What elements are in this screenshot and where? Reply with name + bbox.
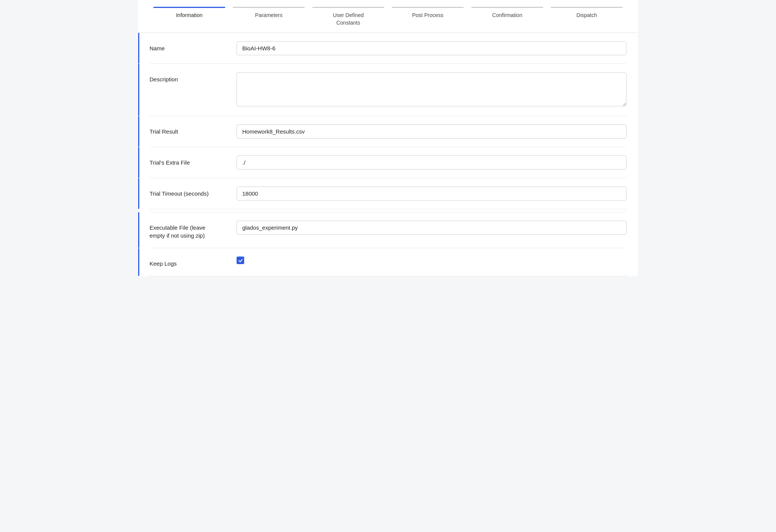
page-container: InformationParametersUser Defined Consta… <box>138 0 638 276</box>
name-label: Name <box>150 41 237 52</box>
keep-logs-checkbox-wrapper <box>237 257 626 264</box>
step-label-parameters: Parameters <box>255 12 282 19</box>
executable-file-control <box>237 221 626 235</box>
executable-file-row: Executable File (leave empty if not usin… <box>150 212 626 248</box>
step-indicator-dispatch <box>551 7 623 8</box>
keep-logs-row: Keep Logs <box>150 248 626 276</box>
description-label: Description <box>150 72 237 83</box>
trial-timeout-control <box>237 187 626 201</box>
name-row: Name <box>150 33 626 64</box>
trial-result-label: Trial Result <box>150 124 237 135</box>
trials-extra-file-row: Trial's Extra File <box>150 147 626 178</box>
keep-logs-label: Keep Logs <box>150 257 237 268</box>
step-label-confirmation: Confirmation <box>492 12 522 19</box>
executable-file-input[interactable] <box>237 221 626 235</box>
stepper: InformationParametersUser Defined Consta… <box>138 0 638 33</box>
step-label-dispatch: Dispatch <box>577 12 597 19</box>
executable-file-label: Executable File (leave empty if not usin… <box>150 221 237 240</box>
step-indicator-information <box>153 7 225 8</box>
trial-timeout-row: Trial Timeout (seconds) <box>150 178 626 209</box>
description-textarea[interactable] <box>237 72 626 106</box>
trial-timeout-label: Trial Timeout (seconds) <box>150 187 237 198</box>
step-item-confirmation[interactable]: Confirmation <box>467 0 547 25</box>
trial-result-control <box>237 124 626 138</box>
keep-logs-control <box>237 257 626 264</box>
name-input[interactable] <box>237 41 626 55</box>
step-indicator-parameters <box>233 7 305 8</box>
trials-extra-file-label: Trial's Extra File <box>150 156 237 166</box>
step-item-post-process[interactable]: Post Process <box>388 0 467 25</box>
step-indicator-post-process <box>392 7 464 8</box>
spacer-row <box>150 209 626 212</box>
step-item-parameters[interactable]: Parameters <box>229 0 309 25</box>
description-control <box>237 72 626 107</box>
description-row: Description <box>150 64 626 116</box>
trials-extra-file-control <box>237 156 626 170</box>
step-item-information[interactable]: Information <box>150 0 229 25</box>
trial-timeout-input[interactable] <box>237 187 626 201</box>
checkmark-icon <box>238 258 243 263</box>
step-indicator-user-defined-constants <box>312 7 384 8</box>
trials-extra-file-input[interactable] <box>237 156 626 170</box>
step-label-information: Information <box>176 12 203 19</box>
step-label-user-defined-constants: User Defined Constants <box>333 12 364 26</box>
step-indicator-confirmation <box>471 7 543 8</box>
step-item-user-defined-constants[interactable]: User Defined Constants <box>309 0 388 33</box>
form-area: Name Description Trial Result Trial's Ex… <box>138 33 638 276</box>
trial-result-row: Trial Result <box>150 116 626 147</box>
step-item-dispatch[interactable]: Dispatch <box>547 0 626 25</box>
step-label-post-process: Post Process <box>412 12 443 19</box>
name-control <box>237 41 626 55</box>
trial-result-input[interactable] <box>237 124 626 138</box>
keep-logs-checkbox[interactable] <box>237 257 244 264</box>
